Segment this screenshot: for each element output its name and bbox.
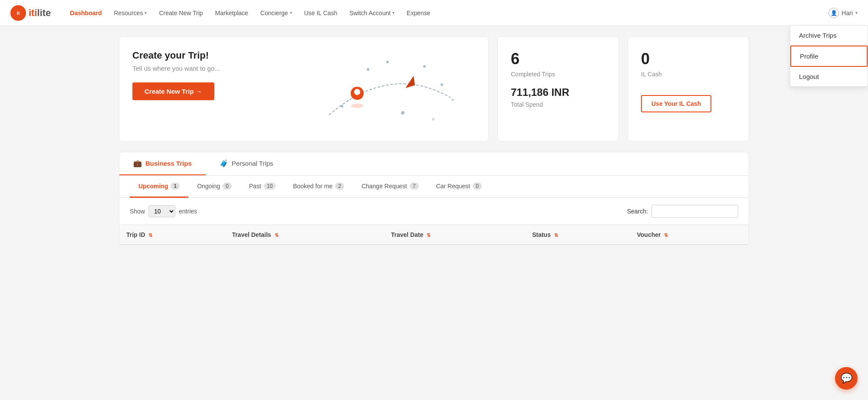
- logo-icon: it: [10, 5, 26, 21]
- dropdown-archive-trips[interactable]: Archive Trips: [790, 26, 868, 46]
- nav-resources[interactable]: Resources ▾: [108, 6, 152, 20]
- tab-business-trips[interactable]: 💼 Business Trips: [119, 152, 206, 175]
- svg-text:it: it: [17, 10, 20, 16]
- col-travel-date[interactable]: Travel Date ⇅: [384, 225, 525, 245]
- subtab-change-request[interactable]: Change Request 7: [353, 176, 427, 198]
- travel-illustration: [304, 50, 475, 128]
- svg-point-12: [451, 98, 454, 101]
- col-status[interactable]: Status ⇅: [525, 225, 630, 245]
- svg-point-2: [351, 104, 363, 108]
- car-request-badge: 0: [473, 183, 482, 190]
- create-trip-button[interactable]: Create New Trip →: [132, 82, 214, 100]
- nav-use-il-cash[interactable]: Use IL Cash: [299, 6, 343, 20]
- user-chevron-icon: ▾: [855, 10, 858, 15]
- trips-section: 💼 Business Trips 🧳 Personal Trips Upcomi…: [119, 152, 749, 245]
- switch-account-chevron-icon: ▾: [392, 10, 395, 15]
- search-label: Search:: [627, 208, 648, 215]
- past-badge: 10: [264, 183, 276, 190]
- subtab-past[interactable]: Past 10: [240, 176, 284, 198]
- entries-label: entries: [179, 208, 197, 215]
- table-controls: Show 10 25 50 100 entries Search:: [119, 198, 749, 225]
- trips-table: Trip ID ⇅ Travel Details ⇅ Travel Date ⇅…: [119, 225, 749, 245]
- sort-trip-id-icon: ⇅: [148, 233, 152, 238]
- total-spend-amount: 711,186 INR: [511, 86, 605, 98]
- sort-voucher-icon: ⇅: [664, 233, 668, 238]
- col-trip-id[interactable]: Trip ID ⇅: [119, 225, 225, 245]
- hero-subtitle: Tell us where you want to go...: [132, 65, 304, 72]
- il-cash-card: 0 IL Cash Use Your IL Cash: [628, 36, 749, 141]
- tab-personal-trips[interactable]: 🧳 Personal Trips: [206, 152, 287, 175]
- luggage-icon: 🧳: [220, 159, 228, 167]
- col-voucher[interactable]: Voucher ⇅: [630, 225, 749, 245]
- navbar: it itilite Dashboard Resources ▾ Create …: [0, 0, 868, 26]
- nav-create-trip[interactable]: Create New Trip: [154, 6, 208, 20]
- svg-point-8: [441, 83, 443, 86]
- booked-for-me-badge: 2: [335, 183, 344, 190]
- sort-status-icon: ⇅: [554, 233, 558, 238]
- dropdown-logout[interactable]: Logout: [790, 67, 868, 86]
- sort-travel-details-icon: ⇅: [275, 233, 279, 238]
- nav-switch-account[interactable]: Switch Account ▾: [344, 6, 400, 20]
- svg-point-6: [367, 68, 369, 71]
- entries-select[interactable]: 10 25 50 100: [148, 205, 175, 217]
- hero-section: Create your Trip! Tell us where you want…: [119, 36, 749, 141]
- total-spend-label: Total Spend: [511, 101, 605, 108]
- use-cash-button[interactable]: Use Your IL Cash: [641, 95, 711, 112]
- resources-chevron-icon: ▾: [145, 10, 147, 15]
- sort-travel-date-icon: ⇅: [427, 233, 431, 238]
- sub-tabs: Upcoming 1 Ongoing 0 Past 10 Booked for …: [119, 176, 749, 198]
- change-request-badge: 7: [410, 183, 419, 190]
- subtab-ongoing[interactable]: Ongoing 0: [188, 176, 240, 198]
- svg-point-13: [432, 118, 434, 121]
- search-box: Search:: [627, 205, 738, 218]
- show-entries-control: Show 10 25 50 100 entries: [130, 205, 197, 217]
- svg-point-9: [341, 105, 343, 108]
- concierge-chevron-icon: ▾: [290, 10, 292, 15]
- svg-point-3: [354, 89, 360, 95]
- user-dropdown-menu: Archive Trips Profile Logout: [790, 25, 868, 87]
- nav-marketplace[interactable]: Marketplace: [210, 6, 253, 20]
- ongoing-badge: 0: [223, 183, 232, 190]
- username-label: Hari: [842, 10, 853, 16]
- logo-text: itilite: [29, 7, 51, 19]
- create-trip-card: Create your Trip! Tell us where you want…: [119, 36, 489, 141]
- hero-title: Create your Trip!: [132, 50, 304, 61]
- nav-dashboard[interactable]: Dashboard: [65, 6, 107, 20]
- show-label: Show: [130, 208, 145, 215]
- hero-text: Create your Trip! Tell us where you want…: [132, 50, 304, 100]
- svg-point-10: [401, 111, 404, 115]
- il-cash-number: 0: [641, 50, 736, 68]
- subtab-booked-for-me[interactable]: Booked for me 2: [284, 176, 353, 198]
- trip-type-tabs: 💼 Business Trips 🧳 Personal Trips: [119, 152, 749, 176]
- table-header: Trip ID ⇅ Travel Details ⇅ Travel Date ⇅…: [119, 225, 749, 245]
- search-input[interactable]: [651, 205, 738, 218]
- nav-links: Dashboard Resources ▾ Create New Trip Ma…: [65, 6, 829, 20]
- subtab-car-request[interactable]: Car Request 0: [427, 176, 490, 198]
- illustration-svg: [320, 46, 459, 132]
- svg-point-11: [386, 61, 389, 63]
- svg-point-7: [423, 65, 426, 68]
- stats-card: 6 Completed Trips 711,186 INR Total Spen…: [497, 36, 619, 141]
- completed-trips-label: Completed Trips: [511, 71, 605, 78]
- main-content: Create your Trip! Tell us where you want…: [108, 26, 760, 256]
- upcoming-badge: 1: [171, 183, 180, 190]
- il-cash-label: IL Cash: [641, 71, 736, 78]
- nav-concierge[interactable]: Concierge ▾: [255, 6, 297, 20]
- logo[interactable]: it itilite: [10, 5, 51, 21]
- dropdown-profile[interactable]: Profile: [790, 46, 868, 67]
- user-avatar-icon: 👤: [829, 8, 839, 18]
- user-menu-trigger[interactable]: 👤 Hari ▾: [829, 8, 858, 18]
- briefcase-icon: 💼: [133, 159, 142, 167]
- nav-expense[interactable]: Expense: [401, 6, 435, 20]
- col-travel-details[interactable]: Travel Details ⇅: [225, 225, 384, 245]
- svg-marker-5: [402, 76, 418, 90]
- completed-trips-number: 6: [511, 50, 605, 68]
- subtab-upcoming[interactable]: Upcoming 1: [130, 176, 188, 198]
